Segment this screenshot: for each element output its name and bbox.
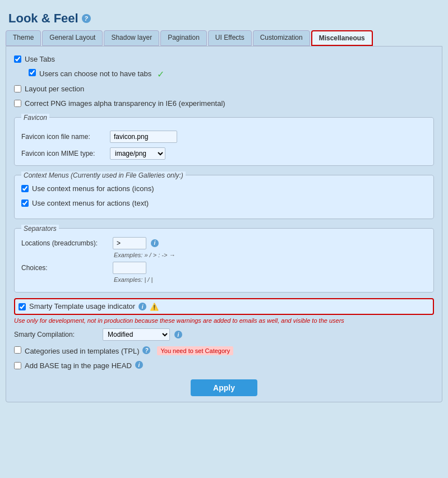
smarty-warning-icon: ⚠️ xyxy=(150,302,159,311)
correct-png-label: Correct PNG images alpha transparency in… xyxy=(25,99,225,109)
separators-legend: Separators xyxy=(21,225,59,233)
context-menus-section: Context Menus (Currently used in File Ga… xyxy=(14,171,434,219)
smarty-warning-text: Use only for development, not in product… xyxy=(14,317,434,324)
favicon-filename-row: Favicon icon file name: xyxy=(21,131,427,143)
layout-per-section-row: Layout per section xyxy=(14,84,434,94)
main-panel: Use Tabs Users can choose not to have ta… xyxy=(6,46,442,402)
categories-row: Categories used in templates (TPL) ? You… xyxy=(14,346,434,356)
favicon-mime-row: Favicon icon MIME type: image/png image/… xyxy=(21,147,427,160)
locations-examples: Examples: » / > : -> → xyxy=(114,252,427,258)
apply-button[interactable]: Apply xyxy=(191,379,257,396)
categories-warning: You need to set Category xyxy=(157,346,233,355)
favicon-mime-select[interactable]: image/png image/x-icon image/gif xyxy=(110,147,165,160)
base-tag-label: Add BASE tag in the page HEAD xyxy=(25,361,132,371)
use-tabs-checkbox[interactable] xyxy=(14,55,21,63)
page-help-icon[interactable]: ? xyxy=(82,14,91,23)
locations-input[interactable] xyxy=(113,237,146,249)
correct-png-checkbox[interactable] xyxy=(14,100,21,107)
smarty-compile-label: Smarty Compilation: xyxy=(14,331,98,338)
base-tag-checkbox[interactable] xyxy=(14,362,21,369)
users-choose-tabs-row: Users can choose not to have tabs ✓ xyxy=(29,69,434,80)
smarty-compile-select[interactable]: Modified Always Never xyxy=(103,328,170,341)
choices-input[interactable] xyxy=(113,262,146,274)
tab-shadow-layer[interactable]: Shadow layer xyxy=(104,30,159,46)
context-text-label: Use context menus for actions (text) xyxy=(32,198,149,208)
tab-miscellaneous[interactable]: Miscellaneous xyxy=(311,30,373,46)
use-tabs-label: Use Tabs xyxy=(25,54,55,64)
layout-per-section-label: Layout per section xyxy=(25,84,84,94)
apply-bar: Apply xyxy=(14,379,434,396)
favicon-filename-input[interactable] xyxy=(110,131,177,143)
page-title: Look & Feel ? xyxy=(6,6,442,30)
tab-ui-effects[interactable]: UI Effects xyxy=(208,30,252,46)
use-tabs-row: Use Tabs xyxy=(14,54,434,64)
context-text-checkbox[interactable] xyxy=(21,199,29,207)
correct-png-row: Correct PNG images alpha transparency in… xyxy=(14,99,434,109)
smarty-compile-info-icon[interactable]: i xyxy=(174,331,182,338)
tab-pagination[interactable]: Pagination xyxy=(160,30,207,46)
favicon-filename-label: Favicon icon file name: xyxy=(21,133,105,141)
categories-info-icon[interactable]: ? xyxy=(142,346,150,354)
tab-theme[interactable]: Theme xyxy=(6,30,41,46)
choices-label: Choices: xyxy=(21,264,108,272)
categories-checkbox[interactable] xyxy=(14,346,21,354)
favicon-legend: Favicon xyxy=(21,114,49,122)
favicon-mime-label: Favicon icon MIME type: xyxy=(21,150,105,157)
favicon-section: Favicon Favicon icon file name: Favicon … xyxy=(14,114,434,166)
context-icons-label: Use context menus for actions (icons) xyxy=(32,184,154,194)
smarty-indicator-checkbox[interactable] xyxy=(19,303,26,310)
locations-label: Locations (breadcrumbs): xyxy=(21,239,108,247)
check-mark-icon: ✓ xyxy=(157,69,164,80)
smarty-compile-row: Smarty Compilation: Modified Always Neve… xyxy=(14,328,434,341)
base-tag-info-icon[interactable]: i xyxy=(135,361,143,369)
use-tabs-sub: Users can choose not to have tabs ✓ xyxy=(29,69,434,80)
tab-general-layout[interactable]: General Layout xyxy=(42,30,103,46)
categories-label: Categories used in templates (TPL) xyxy=(25,346,139,356)
choices-row: Choices: xyxy=(21,262,427,274)
locations-row: Locations (breadcrumbs): i xyxy=(21,237,427,249)
context-icons-checkbox[interactable] xyxy=(21,185,29,192)
context-menus-note: (Currently used in File Galleries only:) xyxy=(71,171,183,179)
users-choose-tabs-label: Users can choose not to have tabs xyxy=(39,69,151,79)
separators-section: Separators Locations (breadcrumbs): i Ex… xyxy=(14,225,434,293)
context-menus-legend: Context Menus (Currently used in File Ga… xyxy=(21,171,186,179)
tabs-bar: Theme General Layout Shadow layer Pagina… xyxy=(6,30,442,46)
locations-info-icon[interactable]: i xyxy=(151,239,159,247)
page-container: Look & Feel ? Theme General Layout Shado… xyxy=(6,6,442,402)
context-icons-row: Use context menus for actions (icons) xyxy=(21,184,427,194)
tab-customization[interactable]: Customization xyxy=(253,30,310,46)
choices-examples: Examples: | / | xyxy=(114,276,427,283)
base-tag-row: Add BASE tag in the page HEAD i xyxy=(14,361,434,371)
smarty-info-icon[interactable]: i xyxy=(138,303,146,310)
users-choose-tabs-checkbox[interactable] xyxy=(29,69,36,76)
layout-per-section-checkbox[interactable] xyxy=(14,85,21,92)
smarty-indicator-label: Smarty Template usage indicator xyxy=(29,301,135,312)
page-title-text: Look & Feel xyxy=(8,11,78,26)
smarty-indicator-row: Smarty Template usage indicator i ⚠️ xyxy=(14,298,434,315)
context-text-row: Use context menus for actions (text) xyxy=(21,198,427,208)
